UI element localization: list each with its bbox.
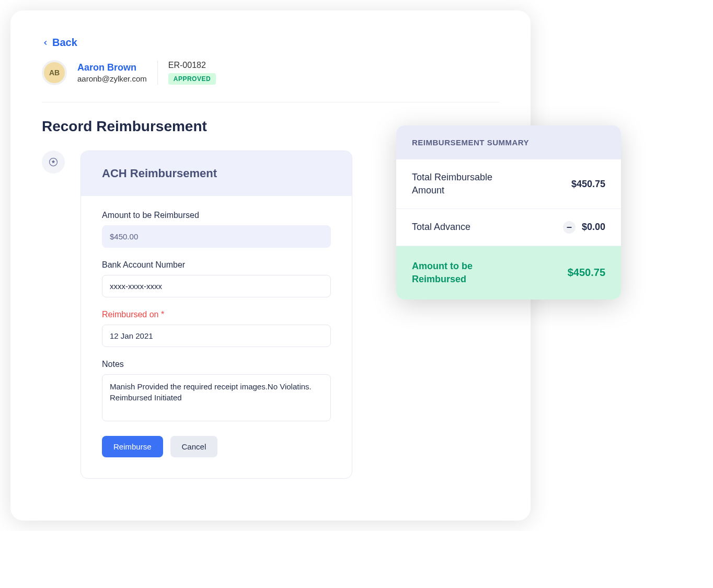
summary-title: REIMBURSEMENT SUMMARY xyxy=(396,125,621,159)
summary-row-amount: Amount to be Reimbursed $450.75 xyxy=(396,246,621,299)
date-input[interactable] xyxy=(102,325,331,347)
main-card: Back AB Aaron Brown aaronb@zylker.com ER… xyxy=(10,10,531,521)
notes-group: Notes xyxy=(102,360,331,423)
user-email: aaronb@zylker.com xyxy=(77,74,147,83)
form-body: Amount to be Reimbursed Bank Account Num… xyxy=(81,196,352,478)
summary-total-reimbursable-value: $450.75 xyxy=(571,179,605,190)
summary-amount-value: $450.75 xyxy=(568,267,605,279)
reference-id: ER-00182 xyxy=(168,61,216,70)
divider xyxy=(157,61,158,85)
chevron-left-icon xyxy=(42,39,49,47)
notes-input[interactable] xyxy=(102,374,331,421)
amount-input[interactable] xyxy=(102,225,331,248)
form-card: ACH Reimbursement Amount to be Reimburse… xyxy=(80,151,352,479)
summary-card: REIMBURSEMENT SUMMARY Total Reimbursable… xyxy=(396,125,621,299)
bank-input[interactable] xyxy=(102,275,331,297)
avatar-initials: AB xyxy=(49,68,60,77)
minus-icon: – xyxy=(563,221,576,234)
summary-total-reimbursable-label: Total Reimbursable Amount xyxy=(412,171,516,197)
avatar: AB xyxy=(42,60,67,85)
back-link[interactable]: Back xyxy=(42,37,77,49)
reimburse-button[interactable]: Reimburse xyxy=(102,436,163,457)
back-label: Back xyxy=(52,37,77,49)
bank-group: Bank Account Number xyxy=(102,260,331,297)
summary-row-total-reimbursable: Total Reimbursable Amount $450.75 xyxy=(396,159,621,209)
form-card-header: ACH Reimbursement xyxy=(81,151,352,196)
bank-label: Bank Account Number xyxy=(102,260,331,270)
status-badge: APPROVED xyxy=(168,73,216,85)
user-info: Aaron Brown aaronb@zylker.com xyxy=(77,62,147,83)
button-row: Reimburse Cancel xyxy=(102,436,331,457)
date-group: Reimbursed on xyxy=(102,310,331,347)
notes-label: Notes xyxy=(102,360,331,369)
summary-amount-label: Amount to be Reimbursed xyxy=(412,260,506,286)
star-badge-icon xyxy=(42,151,65,174)
amount-group: Amount to be Reimbursed xyxy=(102,211,331,248)
user-row: AB Aaron Brown aaronb@zylker.com ER-0018… xyxy=(42,60,499,102)
cancel-button[interactable]: Cancel xyxy=(170,436,218,457)
form-title: ACH Reimbursement xyxy=(102,167,331,180)
reference-block: ER-00182 APPROVED xyxy=(168,61,216,85)
user-name[interactable]: Aaron Brown xyxy=(77,62,147,73)
summary-row-total-advance: Total Advance – $0.00 xyxy=(396,209,621,246)
date-label: Reimbursed on xyxy=(102,310,331,319)
summary-total-advance-value: $0.00 xyxy=(582,222,605,233)
summary-total-advance-label: Total Advance xyxy=(412,221,470,234)
amount-label: Amount to be Reimbursed xyxy=(102,211,331,220)
